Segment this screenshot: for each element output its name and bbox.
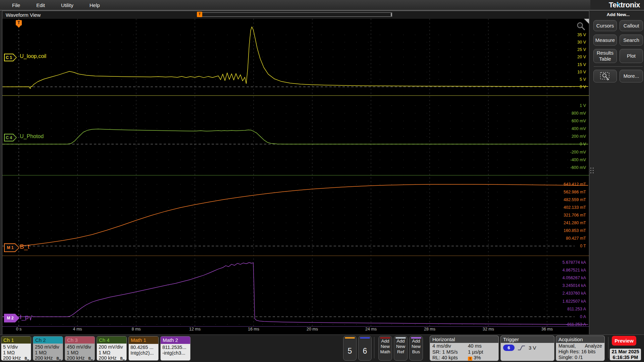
divider (374, 337, 374, 358)
add-button-line: New (394, 344, 407, 349)
channel-badge-header: Math 1 (129, 337, 158, 344)
axis-tick-c-4: -200 mV (542, 149, 586, 155)
waveform-view-tab[interactable]: Waveform View (6, 12, 41, 18)
horizontal-row: RL: 40 kptsT3% (430, 355, 498, 361)
menu-item-edit[interactable]: Edit (28, 1, 53, 10)
add-new-bus-button[interactable]: AddNewBus (409, 336, 423, 361)
channel-badge-math-2[interactable]: Math 2811.2535...-intg(ch3... (160, 336, 191, 361)
flag-pointer (17, 25, 21, 28)
zoom-select-button[interactable] (593, 70, 617, 82)
channel-badge-header: Ch 2 (33, 337, 63, 344)
datetime-display[interactable]: 21 Mar 2025 6:16:35 PM (610, 349, 641, 360)
trace-label-i-p: I_p (20, 313, 29, 321)
add-new-math-button[interactable]: AddNewMath (378, 336, 392, 361)
dot (590, 172, 591, 173)
add-button-line: New (379, 344, 392, 349)
preview-button[interactable]: Preview (612, 336, 636, 346)
measure-button[interactable]: Measure (593, 35, 617, 46)
logo-text-pre: Te (609, 1, 616, 9)
plot-area[interactable]: T 35 V30 V25 V20 V15 V10 V5 V0 V1 V800 m… (2, 19, 589, 335)
acquisition-panel-title: Acquisition (556, 336, 604, 343)
add-button-line: Math (379, 349, 392, 355)
channel-badge-ch-3[interactable]: Ch 3450 mV/div1 MΩ200 kHzBw (65, 336, 95, 361)
axis-tick-c-4: -400 mV (542, 157, 586, 163)
channel-tag-label: C 4 (4, 134, 14, 141)
channel-badge-line: 1 MΩ (3, 350, 29, 356)
waveview-slot-6[interactable]: 6 (358, 336, 372, 361)
add-button-line: New (410, 344, 423, 349)
axis-tick-c-1: 15 V (542, 62, 586, 68)
axis-tick-m-2: 4.867521 kA (542, 267, 586, 273)
trigger-position-chip[interactable]: T (197, 12, 202, 17)
menu-item-file[interactable]: File (4, 1, 28, 10)
logo-text-post: tronix (621, 1, 640, 9)
channel-badge-body: 250 mV/div1 MΩ200 kHzBw (33, 344, 63, 361)
horizontal-panel[interactable]: Horizontal 4 ms/div40 msSR: 1 MS/s1 µs/p… (430, 336, 499, 361)
horizontal-value: 40 ms (468, 343, 496, 349)
channel-badge-line: Intg(ch2)... (130, 350, 157, 356)
time-tick: 0 s (5, 327, 32, 331)
horizontal-value: 4 ms/div (432, 343, 468, 349)
channel-badge-line: 200 kHzBw (35, 355, 61, 361)
channel-badge-ch-2[interactable]: Ch 2250 mV/div1 MΩ200 kHzBw (33, 336, 63, 361)
menu-item-utility[interactable]: Utility (53, 1, 82, 10)
channel-tag-label: M 2 (4, 314, 16, 322)
channel-badge-line: 200 kHzBw (67, 355, 93, 361)
acquisition-row-mode: Manual, Analyze (558, 343, 602, 349)
trigger-marker-letter: T (17, 20, 20, 25)
bandwidth-limit-icon: Bw (120, 356, 125, 361)
channel-badge-line: 200 kHzBw (3, 355, 29, 361)
slot-color-stripe (360, 337, 370, 339)
channel-badge-body: 80.4265 ...Intg(ch2)... (129, 344, 158, 360)
zoom-magnifier-icon[interactable] (576, 21, 586, 32)
right-panel: Add New... CursorsCalloutMeasureSearchRe… (593, 11, 643, 335)
axis-tick-m-1: 0 T (542, 243, 586, 249)
axis-tick-c-1: 5 V (542, 76, 586, 82)
add-button-line: Bus (410, 349, 423, 355)
axis-tick-m-1: 160.853 mT (542, 228, 586, 234)
channel-badge-ch-4[interactable]: Ch 4200 mV/div1 MΩ200 kHzBw (97, 336, 127, 361)
axis-tick-c-1: 0 V (542, 84, 586, 90)
menu-item-help[interactable]: Help (82, 1, 108, 10)
channel-badge-ch-1[interactable]: Ch 15 V/div1 MΩ200 kHzBw (1, 336, 31, 361)
search-button[interactable]: Search (620, 35, 643, 46)
axis-tick-c-4: 1 V (542, 103, 586, 109)
horizontal-pan-zoom-bar[interactable]: T (198, 12, 392, 17)
more-button[interactable]: More... (620, 70, 643, 82)
bandwidth-limit-icon: Bw (89, 356, 93, 361)
trigger-marker-flag[interactable]: T (16, 20, 22, 25)
oscilloscope-screen: FileEditUtilityHelp Tektronix Waveform V… (0, 0, 644, 362)
rising-edge-icon (517, 345, 526, 351)
axis-tick-c-1: 30 V (542, 39, 586, 45)
trigger-level: 3 V (529, 345, 536, 351)
callout-button[interactable]: Callout (620, 20, 643, 31)
plot-button[interactable]: Plot (620, 49, 643, 63)
trigger-panel[interactable]: Trigger 6 3 V (500, 336, 554, 361)
channel-badge-header: Math 2 (161, 337, 190, 344)
channel-badge-line: 1 MΩ (99, 350, 125, 356)
results-table-button[interactable]: Results Table (593, 49, 617, 63)
cursors-button[interactable]: Cursors (593, 20, 617, 31)
slot-number: 5 (343, 347, 356, 356)
pan-bar-endcap (391, 13, 392, 16)
waveform-plot[interactable] (2, 19, 589, 335)
acquisition-resolution: High Res: 16 bits (558, 349, 602, 355)
add-new-ref-button[interactable]: AddNewRef (394, 336, 408, 361)
axis-tick-m-2: 1.622507 kA (542, 298, 586, 304)
axis-tick-c-1: 20 V (542, 54, 586, 60)
horizontal-value: SR: 1 MS/s (432, 349, 468, 355)
axis-tick-c-4: 0 V (542, 141, 586, 147)
tektronix-logo: Tektronix (609, 1, 640, 9)
add-button-line: Add (410, 339, 423, 344)
channel-badge-math-1[interactable]: Math 180.4265 ...Intg(ch2)... (128, 336, 159, 361)
add-new-title: Add New... (593, 12, 643, 17)
acquisition-panel[interactable]: Acquisition Manual, Analyze High Res: 16… (556, 336, 605, 361)
horizontal-value: 1 µs/pt (468, 349, 496, 355)
horizontal-row: SR: 1 MS/s1 µs/pt (430, 349, 498, 355)
waveview-slot-5[interactable]: 5 (343, 336, 357, 361)
axis-tick-m-2: 0 A (542, 314, 586, 320)
axis-tick-m-2: 5.678774 kA (542, 259, 586, 265)
axis-tick-m-2: 4.056267 kA (542, 275, 586, 281)
trigger-panel-body: 6 3 V (501, 343, 554, 353)
axis-tick-m-2: 2.433760 kA (542, 290, 586, 296)
